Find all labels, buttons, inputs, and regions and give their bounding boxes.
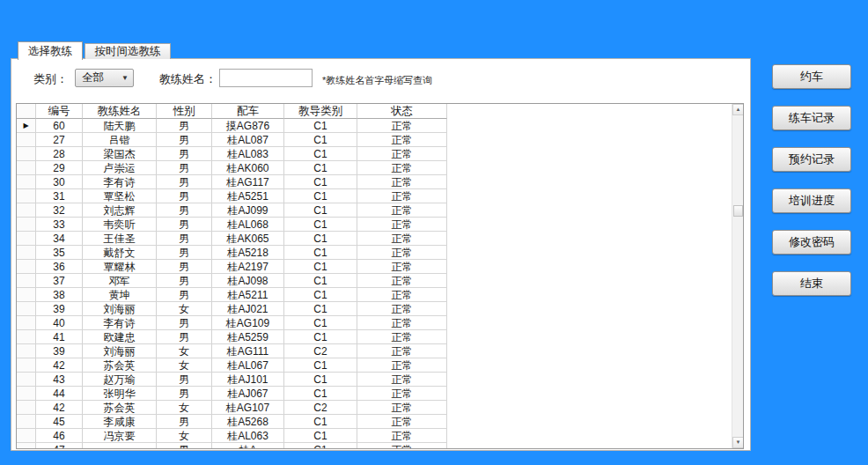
book-car-button[interactable]: 约车 xyxy=(772,64,851,89)
practice-record-button[interactable]: 练车记录 xyxy=(772,106,851,130)
table-row[interactable]: 46冯京要女桂AL063C1正常 xyxy=(17,429,447,443)
table-row[interactable]: 44张明华男桂AJ067C1正常 xyxy=(17,387,447,401)
table-row[interactable]: 34王佳圣男桂AK065C1正常 xyxy=(17,232,447,246)
column-header-gender[interactable]: 性别 xyxy=(157,104,212,119)
row-selector[interactable] xyxy=(17,203,36,218)
table-cell: C1 xyxy=(284,189,357,203)
row-selector[interactable] xyxy=(17,175,36,189)
row-selector[interactable] xyxy=(17,147,36,161)
row-selector[interactable] xyxy=(17,274,36,288)
scrollbar-thumb[interactable] xyxy=(733,205,743,217)
table-cell: C1 xyxy=(284,147,357,161)
finish-button[interactable]: 结束 xyxy=(772,271,851,296)
row-selector[interactable] xyxy=(17,302,36,316)
table-header: 编号 教练姓名 性别 配车 教导类别 状态 xyxy=(17,104,447,119)
table-row[interactable]: 33韦奕听男桂AL068C1正常 xyxy=(17,218,447,232)
table-row[interactable]: 43赵万瑜男桂AJ101C1正常 xyxy=(17,373,447,387)
column-header-name[interactable]: 教练姓名 xyxy=(83,104,157,119)
row-selector[interactable] xyxy=(17,246,36,260)
table-row[interactable]: 28梁国杰男桂AL083C1正常 xyxy=(17,147,447,161)
row-selector[interactable] xyxy=(17,218,36,232)
table-cell: 赵万瑜 xyxy=(83,373,157,387)
table-cell: 男 xyxy=(157,161,212,175)
table-row[interactable]: 39刘海丽女桂AJ021C1正常 xyxy=(17,302,447,316)
row-selector[interactable] xyxy=(17,316,36,330)
table-cell: 桂A5268 xyxy=(212,415,284,429)
table-row[interactable]: 30李有诗男桂AG117C1正常 xyxy=(17,175,447,189)
row-selector[interactable] xyxy=(17,288,36,302)
scroll-up-icon[interactable]: ▲ xyxy=(732,104,744,115)
table-cell: 男 xyxy=(157,288,212,302)
table-row[interactable]: 38黄坤男桂A5211C1正常 xyxy=(17,288,447,302)
table-cell: 桂AJ098 xyxy=(212,274,284,288)
table-cell: C1 xyxy=(284,387,357,401)
scroll-down-icon[interactable]: ▼ xyxy=(732,437,744,448)
row-selector[interactable] xyxy=(17,358,36,373)
table-cell: 31 xyxy=(36,189,83,203)
table-cell: 正常 xyxy=(357,358,447,373)
tab-select-coach[interactable]: 选择教练 xyxy=(18,41,83,60)
row-selector[interactable] xyxy=(17,429,36,443)
booking-record-button[interactable]: 预约记录 xyxy=(772,147,851,172)
row-selector[interactable] xyxy=(17,161,36,175)
table-row[interactable]: 37邓军男桂AJ098C1正常 xyxy=(17,274,447,288)
column-header-car[interactable]: 配车 xyxy=(212,104,284,119)
training-progress-button[interactable]: 培训进度 xyxy=(772,188,851,213)
table-cell: C1 xyxy=(284,373,357,387)
table-cell: C1 xyxy=(284,274,357,288)
column-header-status[interactable]: 状态 xyxy=(357,104,447,119)
column-header-id[interactable]: 编号 xyxy=(36,104,83,119)
tab-select-coach-by-time[interactable]: 按时间选教练 xyxy=(85,43,171,59)
table-cell: 女 xyxy=(157,344,212,358)
row-selector[interactable] xyxy=(17,373,36,387)
row-selector[interactable] xyxy=(17,387,36,401)
row-selector[interactable] xyxy=(17,232,36,246)
table-cell: 39 xyxy=(36,302,83,316)
row-selector[interactable] xyxy=(17,330,36,344)
table-row[interactable]: 42苏会英女桂AL067C1正常 xyxy=(17,358,447,373)
table-row[interactable]: 31覃坚松男桂A5251C1正常 xyxy=(17,189,447,203)
table-cell: 28 xyxy=(36,147,83,161)
row-selector[interactable] xyxy=(17,260,36,274)
table-row[interactable]: 39刘海丽女桂AG111C2正常 xyxy=(17,344,447,358)
category-dropdown[interactable]: 全部 ▼ xyxy=(75,69,134,87)
table-row[interactable]: 41欧建忠男桂A5259C1正常 xyxy=(17,330,447,344)
change-password-button[interactable]: 修改密码 xyxy=(772,230,851,255)
row-selector[interactable] xyxy=(17,415,36,429)
row-selector-arrow-icon[interactable]: ▶ xyxy=(17,119,36,133)
table-cell: 42 xyxy=(36,401,83,415)
table-cell: 正常 xyxy=(357,189,447,203)
table-row[interactable]: 36覃耀林男桂A2197C1正常 xyxy=(17,260,447,274)
row-selector[interactable] xyxy=(17,344,36,358)
table-cell: 苏会英 xyxy=(83,401,157,415)
table-row[interactable]: 35戴舒文男桂A5218C1正常 xyxy=(17,246,447,260)
row-selector[interactable] xyxy=(17,133,36,147)
table-cell: C1 xyxy=(284,246,357,260)
table-cell: 梁国杰 xyxy=(83,147,157,161)
table-row[interactable]: 40李有诗男桂AG109C1正常 xyxy=(17,316,447,330)
row-selector[interactable] xyxy=(17,401,36,415)
column-header-category[interactable]: 教导类别 xyxy=(284,104,357,119)
table-row[interactable]: 29卢崇运男桂AK060C1正常 xyxy=(17,161,447,175)
table-row[interactable]: 27吕锴男桂AL087C1正常 xyxy=(17,133,447,147)
row-selector[interactable] xyxy=(17,189,36,203)
table-cell: 42 xyxy=(36,358,83,373)
table-row[interactable]: 42苏会英女桂AG107C2正常 xyxy=(17,401,447,415)
table-cell: 男 xyxy=(157,189,212,203)
table-cell: 男 xyxy=(157,316,212,330)
table-cell: 27 xyxy=(36,133,83,147)
vertical-scrollbar[interactable]: ▲ ▼ xyxy=(732,104,743,448)
table-cell xyxy=(83,443,157,449)
table-cell: C1 xyxy=(284,358,357,373)
row-selector[interactable] xyxy=(17,443,36,449)
table-cell: 男 xyxy=(157,232,212,246)
table-cell: C1 xyxy=(284,232,357,246)
table-body: ▶60陆天鹏男摸AG876C1正常27吕锴男桂AL087C1正常28梁国杰男桂A… xyxy=(17,119,447,449)
coach-name-input[interactable] xyxy=(219,69,313,87)
table-row[interactable]: 45李咸康男桂A5268C1正常 xyxy=(17,415,447,429)
table-cell: 男 xyxy=(157,373,212,387)
table-row[interactable]: 47男桂AC1正常 xyxy=(17,443,447,449)
table-row[interactable]: 32刘志辉男桂AJ099C1正常 xyxy=(17,203,447,218)
table-row[interactable]: ▶60陆天鹏男摸AG876C1正常 xyxy=(17,119,447,133)
table-cell: 桂A5211 xyxy=(212,288,284,302)
